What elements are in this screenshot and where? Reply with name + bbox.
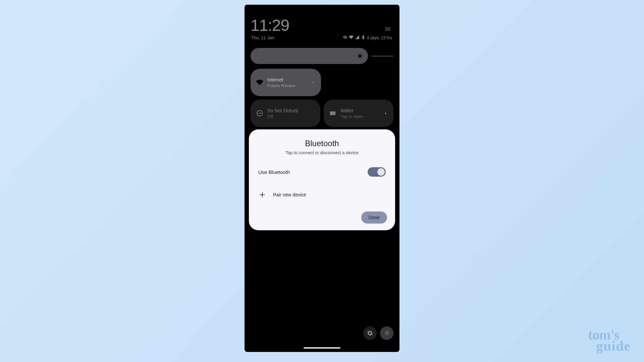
brightness-track (371, 56, 393, 57)
use-bluetooth-row: Use Bluetooth (257, 167, 387, 177)
phone-frame: 11:29 EE Thu, 11 Jan 4 days, 13 hrs Inte… (245, 5, 399, 352)
tile-subtitle: Off (267, 114, 298, 119)
tile-row-2: Do Not Disturb Off Wallet Tap to open (251, 100, 393, 127)
wifi-icon (256, 79, 263, 86)
battery-icon (361, 35, 366, 41)
dialog-title: Bluetooth (257, 139, 387, 148)
pair-new-device-label: Pair new device (273, 192, 306, 197)
carrier-label: EE (385, 27, 393, 34)
date-label: Thu, 11 Jan (251, 35, 274, 40)
done-button[interactable]: Done (361, 212, 387, 224)
tile-title: Internet (267, 77, 296, 82)
dialog-subtitle: Tap to connect or disconnect a device (257, 150, 387, 155)
system-icons: 4 days, 13 hrs (343, 35, 392, 41)
eye-icon (343, 35, 347, 41)
tile-subtitle: Tap to open (340, 114, 363, 119)
status-bar-top: 11:29 EE (251, 17, 393, 34)
tile-title: Do Not Disturb (267, 108, 298, 113)
tile-internet[interactable]: Internet Future Review (251, 69, 321, 96)
chevron-right-icon (311, 80, 316, 85)
brightness-slider[interactable] (251, 48, 368, 64)
watermark: tom's guide (588, 329, 631, 352)
settings-button[interactable] (363, 326, 377, 340)
battery-remaining: 4 days, 13 hrs (367, 36, 392, 40)
watermark-line2: guide (596, 341, 631, 352)
dnd-icon (256, 110, 263, 117)
navigation-handle[interactable] (304, 347, 340, 349)
tile-wallet-text: Wallet Tap to open (340, 108, 363, 119)
dialog-actions: Done (257, 212, 387, 224)
bluetooth-dialog: Bluetooth Tap to connect or disconnect a… (249, 129, 395, 230)
tile-internet-text: Internet Future Review (267, 77, 296, 88)
bluetooth-toggle[interactable] (368, 167, 386, 177)
power-icon (384, 330, 390, 336)
power-button[interactable] (380, 326, 393, 340)
brightness-icon (357, 53, 363, 59)
tile-dnd[interactable]: Do Not Disturb Off (251, 100, 320, 127)
toggle-thumb (377, 168, 385, 176)
tile-subtitle: Future Review (267, 83, 296, 88)
chevron-right-icon (383, 111, 388, 116)
signal-icon (355, 35, 360, 41)
wifi-icon (349, 35, 354, 41)
brightness-slider-row (251, 48, 393, 64)
gear-icon (367, 330, 373, 336)
svg-rect-2 (258, 113, 261, 114)
tile-dnd-text: Do Not Disturb Off (267, 108, 298, 119)
tile-wallet[interactable]: Wallet Tap to open (324, 100, 393, 127)
plus-icon (259, 191, 266, 198)
wallet-icon (329, 110, 336, 117)
status-bar-sub: Thu, 11 Jan 4 days, 13 hrs (251, 35, 393, 41)
tile-title: Wallet (340, 108, 363, 113)
pair-new-device-row[interactable]: Pair new device (257, 191, 387, 198)
use-bluetooth-label: Use Bluetooth (258, 169, 290, 175)
svg-point-0 (359, 55, 361, 57)
clock: 11:29 (251, 17, 289, 34)
svg-rect-3 (330, 112, 336, 115)
quick-settings-footer (363, 326, 393, 340)
